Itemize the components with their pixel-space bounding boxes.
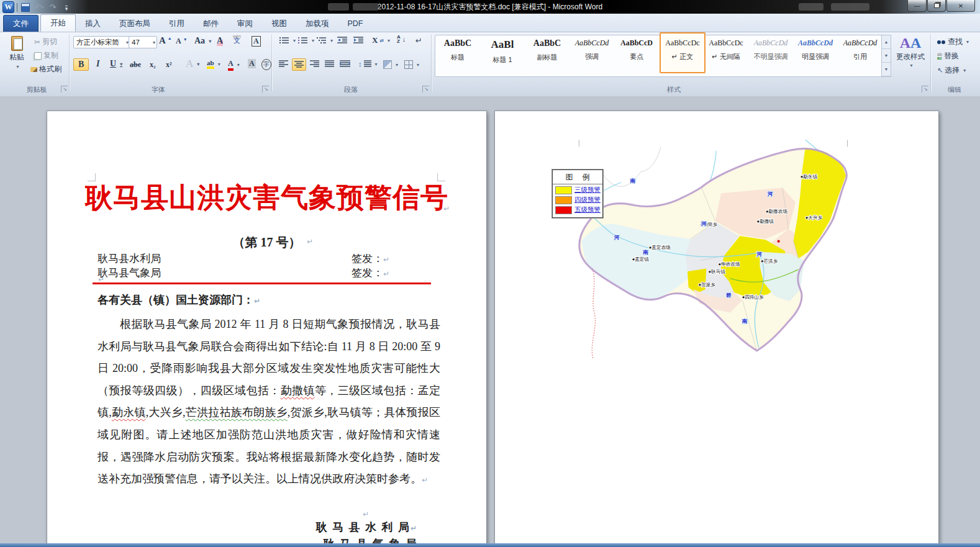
phonetic-guide-button[interactable]: wén文 [231,34,243,43]
distribute-button[interactable] [338,60,352,68]
select-button[interactable]: ↖选择▾ [935,65,968,76]
paragraph-mark: ↵ [363,510,369,518]
bold-button[interactable]: B [73,58,89,71]
align-left-icon [279,60,288,68]
borders-button[interactable]: ▾ [402,60,421,70]
window-controls: — ✕ [907,0,975,12]
tab-pdf[interactable]: PDF [338,16,373,32]
style-item-normal[interactable]: AaBbCcDc↵ 正文 [660,32,706,73]
change-styles-icon: AA [900,35,922,51]
select-cursor-icon: ↖ [937,66,943,75]
font-name-combo[interactable]: 方正小标宋简▾ [73,36,130,48]
paste-label: 粘贴 [9,52,24,63]
font-color-icon: A [228,59,234,71]
format-painter-button[interactable]: 格式刷 [29,63,63,75]
character-border-button[interactable]: A [250,35,263,47]
clipboard-dialog-launcher[interactable]: ↘ [61,86,68,93]
style-item-title[interactable]: AaBbC标题 [436,34,479,71]
tab-insert[interactable]: 插入 [76,16,110,32]
ribbon: 粘贴 ▾ ✂剪切 复制 格式刷 剪贴板 ↘ 方正小标宋简▾ 47▾ A▲ A▼ … [0,32,980,97]
styles-gallery-scrollbar[interactable]: ▲▼▼ [881,35,891,77]
minimize-button[interactable]: — [907,0,927,12]
sort-button[interactable]: AZ↓ [395,34,407,44]
align-center-icon [294,61,304,68]
decrease-indent-button[interactable] [335,36,349,45]
styles-scroll-down-icon[interactable]: ▼ [882,49,891,63]
map-label-town: ●勐永镇 [801,174,818,179]
multilevel-list-button[interactable]: ▾ [314,36,335,45]
tab-file[interactable]: 文件 [3,15,39,32]
map-label-town: ●芒洪乡 [761,258,778,264]
font-size-combo[interactable]: 47▾ [129,36,157,48]
styles-group-label: 样式 [646,85,702,94]
character-border-icon: A [252,36,261,47]
superscript-button[interactable]: x² [164,60,174,70]
shrink-font-button[interactable]: A▼ [174,36,189,47]
align-left-button[interactable] [277,60,290,68]
styles-scroll-up-icon[interactable]: ▲ [882,35,891,49]
grow-font-button[interactable]: A▲ [157,35,174,47]
map-label-river: 碧 [725,292,731,298]
style-item-emphasis[interactable]: AaBbCcDd强调 [570,34,614,71]
clear-formatting-button[interactable]: A [215,35,225,47]
find-button[interactable]: 查找▾ [935,36,971,48]
spellcheck-red: 勐撒镇 [281,384,315,397]
document-page-1[interactable]: 耿马县山洪灾害气象预警信号 ↵ （第 17 号） ↵ 耿马县水利局 签发：↵ 耿… [47,111,487,547]
numbered-list-button[interactable]: ▾ [296,36,316,45]
style-item-nospacing[interactable]: AaBbCcDc↵ 无间隔 [704,34,748,71]
subscript-button[interactable]: x₂ [148,60,158,70]
legend-item: 五级预警 [553,204,602,214]
tab-references[interactable]: 引用 [160,16,194,32]
style-item-subtle-emphasis[interactable]: AaBbCcDd不明显强调 [749,34,792,71]
tab-home[interactable]: 开始 [40,14,76,32]
underline-button[interactable]: U▾ [108,58,124,70]
legend-swatch-level3 [555,186,572,194]
text-effects-button[interactable]: A▾ [184,57,201,71]
style-item-subtitle[interactable]: AaBbC副标题 [525,34,569,71]
legend-title: 图 例 [553,170,602,184]
style-item-heading1[interactable]: AaBl标题 1 [481,34,524,71]
asian-layout-button[interactable]: X⇄▾ [370,35,392,46]
justify-button[interactable] [323,60,336,68]
increase-indent-button[interactable] [352,36,365,45]
show-hide-marks-button[interactable]: ↵ [414,35,424,46]
character-shading-button[interactable]: A [246,58,258,69]
style-item-keypoint[interactable]: AaBbCcD要点 [615,34,658,71]
italic-button[interactable]: I [92,58,104,70]
tab-page-layout[interactable]: 页面布局 [110,16,160,32]
tab-view[interactable]: 视图 [262,16,296,32]
align-center-button[interactable] [292,58,306,71]
font-color-button[interactable]: A▾ [226,58,242,71]
align-right-button[interactable] [308,60,321,68]
tab-mailings[interactable]: 邮件 [194,16,228,32]
change-styles-button[interactable]: AA 更改样式 ▾ [893,35,928,77]
cut-button[interactable]: ✂剪切 [32,36,59,48]
highlight-color-button[interactable]: ab▾ [205,58,222,70]
enclose-characters-icon: 字 [261,59,271,70]
shading-button[interactable]: ▾ [381,60,400,70]
close-button[interactable]: ✕ [946,0,975,12]
bullet-list-button[interactable]: ▾ [277,36,297,45]
copy-button[interactable]: 复制 [32,50,60,61]
change-case-button[interactable]: Aa▾ [193,35,213,47]
paragraph-dialog-launcher[interactable]: ↘ [422,86,429,93]
font-dialog-launcher[interactable]: ↘ [262,86,269,93]
style-item-quote[interactable]: AaBbCcDd引用 [838,34,882,71]
map-label-town: ●孟定农场 [649,245,671,250]
tab-addins[interactable]: 加载项 [296,16,338,32]
restore-button[interactable] [927,0,946,12]
sort-icon: AZ [397,35,401,43]
styles-more-icon[interactable]: ▼ [882,63,891,76]
bullet-list-icon [279,37,289,44]
replace-button[interactable]: abac替换 [935,50,961,62]
line-spacing-button[interactable]: ↕▾ [356,60,379,68]
document-page-2[interactable]: ●勐永镇 ●勐撒农场 ●勐撒镇 ●大兴乡 ●勐简乡 ●孟定农场 ●孟定镇 ●华侨… [494,111,939,546]
legend-item: 三级预警 [553,184,602,194]
body-paragraph[interactable]: 根据耿马县气象局 2012 年 11 月 8 日短期气象预报情况，耿马县水利局与… [98,314,440,492]
replace-icon: abac [937,53,942,60]
style-item-intense-emphasis[interactable]: AaBbCcDd明显强调 [794,34,837,71]
tab-review[interactable]: 审阅 [228,16,262,32]
strikethrough-button[interactable]: abc [128,60,143,70]
paste-button[interactable]: 粘贴 ▾ [4,34,30,76]
signoff-label-2: 签发：↵ [352,266,389,280]
